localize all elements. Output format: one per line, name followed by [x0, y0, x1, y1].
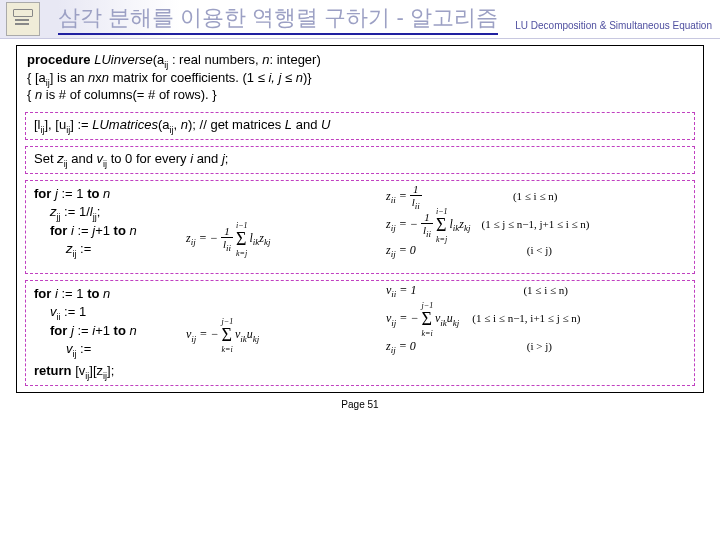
- t: 1: [221, 225, 233, 238]
- t: k=j: [236, 249, 246, 258]
- t: {: [27, 87, 35, 102]
- t: = 1: [396, 283, 416, 297]
- cond: (1 ≤ i ≤ n): [513, 190, 557, 202]
- t: = −: [196, 327, 221, 341]
- t: )}: [303, 70, 312, 85]
- page-number: Page 51: [0, 399, 720, 410]
- sum-icon: Σ: [236, 229, 246, 249]
- s: ii: [226, 243, 231, 253]
- t: is # of columns(= # of rows). }: [42, 87, 216, 102]
- t: :=: [77, 241, 92, 256]
- cond: (1 ≤ i ≤ n): [523, 284, 567, 296]
- formula-v-2: vij = − j−1Σk=i vikukj (1 ≤ i ≤ n−1, i+1…: [386, 309, 580, 330]
- t: ];: [107, 363, 114, 378]
- kw: to: [87, 186, 103, 201]
- s: kj: [464, 223, 471, 233]
- t: :=: [74, 323, 92, 338]
- proc: LUinverse: [94, 52, 153, 67]
- procedure-signature: procedure LUinverse(aij : real numbers, …: [17, 46, 703, 112]
- v: U: [321, 117, 330, 132]
- t: j−1: [422, 301, 432, 310]
- t: i−1: [436, 207, 446, 216]
- t: ], [u: [45, 117, 67, 132]
- cond: (1 ≤ i ≤ n−1, i+1 ≤ j ≤ n): [472, 312, 580, 324]
- t: 1: [421, 211, 433, 224]
- t: = −: [196, 231, 221, 245]
- t: i−1: [236, 221, 246, 230]
- t: matrix for coefficients. (1 ≤: [109, 70, 268, 85]
- formula-v-3: zij = 0 (i > j): [386, 339, 552, 355]
- t: { [a: [27, 70, 46, 85]
- t: =: [396, 189, 410, 203]
- sum-icon: Σ: [436, 215, 446, 235]
- t: := 1: [61, 304, 87, 319]
- t: (a: [158, 117, 170, 132]
- t: to 0 for every: [107, 151, 190, 166]
- cond: (i < j): [527, 244, 552, 256]
- t: +1: [95, 323, 113, 338]
- kw: for: [50, 323, 71, 338]
- t: [v: [75, 363, 85, 378]
- s: ii: [415, 201, 420, 211]
- step-box-3: for j := 1 to n zjj := 1/ljj; for i := j…: [25, 180, 695, 274]
- header: 삼각 분해를 이용한 역행렬 구하기 - 알고리즘 LU Decompositi…: [0, 0, 720, 39]
- t: Set: [34, 151, 57, 166]
- kw: return: [34, 363, 75, 378]
- content-frame: procedure LUinverse(aij : real numbers, …: [16, 45, 704, 393]
- subtitle: LU Decomposition & Simultaneous Equation: [515, 20, 712, 31]
- t: ] :=: [70, 117, 92, 132]
- formula-z-2: zij = − 1lii i−1Σk=j likzkj (1 ≤ j ≤ n−1…: [386, 211, 590, 239]
- t: j−1: [222, 317, 232, 326]
- t: := 1: [58, 286, 87, 301]
- sum-icon: Σ: [222, 325, 232, 345]
- cond: (1 ≤ j ≤ n−1, j+1 ≤ i ≤ n): [481, 218, 589, 230]
- t: ); // get matrices: [188, 117, 285, 132]
- t: = 0: [396, 339, 416, 353]
- formula-v-1: vii = 1 (1 ≤ i ≤ n): [386, 283, 568, 299]
- formula-z-mid: zij = − 1lii i−1Σk=j likzkj: [186, 225, 270, 253]
- t: k=i: [222, 345, 232, 354]
- v: n: [181, 117, 188, 132]
- kw: for: [50, 223, 71, 238]
- t: = −: [396, 217, 421, 231]
- v: n: [130, 323, 137, 338]
- v: n: [102, 70, 109, 85]
- t: ] is an: [50, 70, 88, 85]
- t: := 1/: [61, 204, 90, 219]
- t: :=: [74, 223, 92, 238]
- v: n: [103, 286, 110, 301]
- t: ,: [174, 117, 181, 132]
- formula-v-mid: vij = − j−1Σk=i vikukj: [186, 325, 259, 346]
- formula-z-1: zii = 1lii (1 ≤ i ≤ n): [386, 183, 557, 211]
- t: = 0: [396, 243, 416, 257]
- kw: for: [34, 286, 55, 301]
- t: := 1: [58, 186, 87, 201]
- t: : real numbers,: [168, 52, 262, 67]
- proc: LUmatrices: [92, 117, 158, 132]
- t: : integer): [269, 52, 320, 67]
- t: and: [68, 151, 97, 166]
- kw: to: [114, 323, 130, 338]
- t: ][z: [89, 363, 103, 378]
- step-box-4: for i := 1 to n vii := 1 for j := i+1 to…: [25, 280, 695, 386]
- sum-icon: Σ: [422, 309, 432, 329]
- t: (a: [153, 52, 165, 67]
- step-box-1: [lij], [uij] := LUmatrices(aij, n); // g…: [25, 112, 695, 140]
- t: ≤: [281, 70, 295, 85]
- t: and: [292, 117, 321, 132]
- v: n: [296, 70, 303, 85]
- v: n: [130, 223, 137, 238]
- page-title: 삼각 분해를 이용한 역행렬 구하기 - 알고리즘: [58, 3, 498, 35]
- t: k=i: [422, 329, 432, 338]
- t: +1: [95, 223, 113, 238]
- v: L: [285, 117, 292, 132]
- kw: for: [34, 186, 55, 201]
- t: 1: [410, 183, 422, 196]
- s: kj: [253, 334, 260, 344]
- s: kj: [264, 237, 271, 247]
- kw: to: [114, 223, 130, 238]
- formula-z-3: zij = 0 (i < j): [386, 243, 552, 259]
- t: ;: [97, 204, 101, 219]
- t: and: [193, 151, 222, 166]
- t: = −: [396, 311, 421, 325]
